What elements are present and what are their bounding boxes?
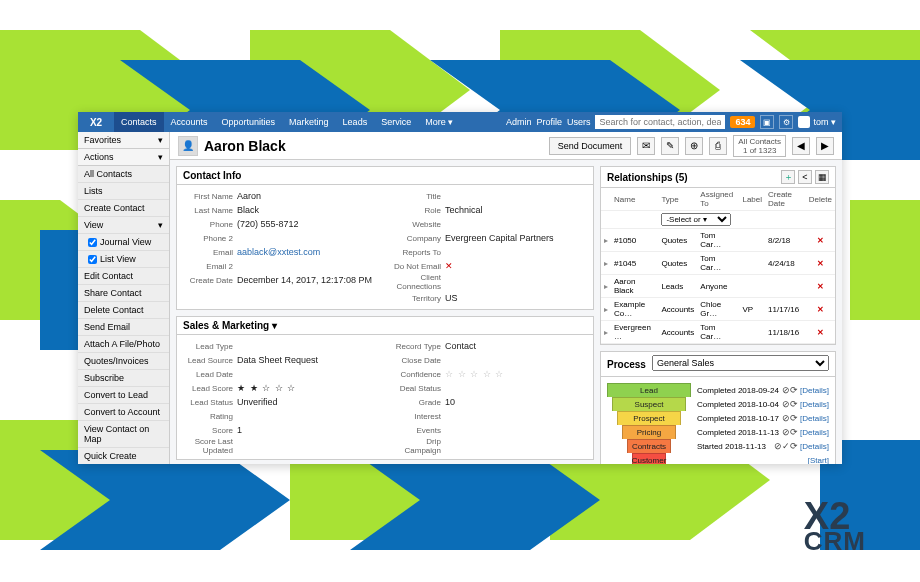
send-document-button[interactable]: Send Document [549,137,632,155]
edit-icon[interactable]: ✎ [661,137,679,155]
col-date[interactable]: Create Date [765,188,806,211]
funnel-stage[interactable]: Lead [607,383,691,397]
sidebar-item-share-contact[interactable]: Share Contact [78,285,169,302]
label-score-last-updated: Score Last Updated [183,437,237,455]
sidebar-item-all-contacts[interactable]: All Contacts [78,166,169,183]
sidebar-item-quick-create[interactable]: Quick Create [78,448,169,464]
sidebar-item-create-contact[interactable]: Create Contact [78,200,169,217]
process-event-link[interactable]: [Details] [800,400,829,409]
process-event-link[interactable]: [Start] [808,456,829,464]
process-event-row: Completed 2018-10-17⊘⟳ [Details] [697,411,829,425]
top-nav: X2 Contacts Accounts Opportunities Marke… [78,112,842,132]
table-row[interactable]: ▸Aaron BlackLeadsAnyone✕ [601,275,835,298]
sidebar-item-view-on-map[interactable]: View Contact on Map [78,421,169,448]
add-relationship-icon[interactable]: ＋ [781,170,795,184]
email-icon[interactable]: ✉ [637,137,655,155]
value-record-type: Contact [445,341,476,351]
label-score: Score [183,426,237,435]
sidebar-item-convert-lead[interactable]: Convert to Lead [78,387,169,404]
nav-link-admin[interactable]: Admin [506,117,532,127]
nav-tab-marketing[interactable]: Marketing [282,112,336,132]
sidebar-item-view[interactable]: View▾ [78,217,169,234]
col-assigned[interactable]: Assigned To [697,188,739,211]
funnel-stage[interactable]: Pricing [622,425,676,439]
process-select[interactable]: General Sales [652,355,829,371]
value-last-name: Black [237,205,259,215]
graph-relationship-icon[interactable]: ▦ [815,170,829,184]
sales-marketing-header[interactable]: Sales & Marketing ▾ [177,317,593,335]
table-row[interactable]: ▸#1050QuotesTom Car…8/2/18✕ [601,229,835,252]
print-icon[interactable]: ⎙ [709,137,727,155]
nav-tab-contacts[interactable]: Contacts [114,112,164,132]
label-confidence: Confidence [391,370,445,379]
nav-tabs: Contacts Accounts Opportunities Marketin… [114,112,460,132]
process-event-row: Completed 2018-11-13⊘⟳ [Details] [697,425,829,439]
funnel-stage[interactable]: Contracts [627,439,671,453]
value-role: Technical [445,205,483,215]
label-reports-to: Reports To [391,248,445,257]
layout-icon[interactable]: ▣ [760,115,774,129]
value-first-name: Aaron [237,191,261,201]
delete-row-icon[interactable]: ✕ [806,229,835,252]
process-event-row: Completed 2018-10-04⊘⟳ [Details] [697,397,829,411]
global-search-input[interactable] [595,115,725,129]
process-event-link[interactable]: [Details] [800,386,829,395]
funnel-stage[interactable]: Suspect [612,397,686,411]
nav-link-users[interactable]: Users [567,117,591,127]
funnel-stage[interactable]: Prospect [617,411,681,425]
sidebar-favorites-header[interactable]: Favorites▾ [78,132,169,149]
table-row[interactable]: ▸#1045QuotesTom Car…4/24/18✕ [601,252,835,275]
funnel-stage[interactable]: Customer [632,453,666,464]
chevron-down-icon: ▾ [158,135,163,145]
label-create-date: Create Date [183,276,237,285]
col-label[interactable]: Label [739,188,765,211]
process-event-link[interactable]: [Details] [800,428,829,437]
table-row[interactable]: ▸Evergreen …AccountsTom Car…11/18/16✕ [601,321,835,344]
delete-row-icon[interactable]: ✕ [806,275,835,298]
next-record-icon[interactable]: ▶ [816,137,834,155]
nav-tab-more[interactable]: More ▾ [418,112,460,132]
list-view-checkbox[interactable] [88,255,97,264]
process-event-link[interactable]: [Details] [800,414,829,423]
record-counter: All Contacts 1 of 1323 [733,135,786,157]
notification-badge[interactable]: 634 [730,116,755,128]
sidebar-item-list-view[interactable]: List View [78,251,169,268]
nav-tab-opportunities[interactable]: Opportunities [215,112,283,132]
nav-tab-leads[interactable]: Leads [336,112,375,132]
share-relationship-icon[interactable]: < [798,170,812,184]
label-company: Company [391,234,445,243]
col-type[interactable]: Type [658,188,697,211]
user-menu[interactable]: tom ▾ [798,116,836,128]
nav-link-profile[interactable]: Profile [536,117,562,127]
label-close-date: Close Date [391,356,445,365]
share-icon[interactable]: ⊕ [685,137,703,155]
sidebar-item-journal-view[interactable]: Journal View [78,234,169,251]
sidebar-item-subscribe[interactable]: Subscribe [78,370,169,387]
label-last-name: Last Name [183,206,237,215]
journal-view-checkbox[interactable] [88,238,97,247]
contact-info-header[interactable]: Contact Info [177,167,593,185]
delete-row-icon[interactable]: ✕ [806,298,835,321]
sidebar-item-send-email[interactable]: Send Email [78,319,169,336]
delete-row-icon[interactable]: ✕ [806,321,835,344]
relationship-type-filter[interactable]: -Select or ▾ [661,213,731,226]
col-delete[interactable]: Delete [806,188,835,211]
sidebar-item-attach-file[interactable]: Attach A File/Photo [78,336,169,353]
sidebar-item-edit-contact[interactable]: Edit Contact [78,268,169,285]
label-interest: Interest [391,412,445,421]
sidebar-item-quotes-invoices[interactable]: Quotes/Invoices [78,353,169,370]
label-rating: Rating [183,412,237,421]
prev-record-icon[interactable]: ◀ [792,137,810,155]
table-row[interactable]: ▸Example Co…AccountsChloe Gr…VP11/17/16✕ [601,298,835,321]
process-event-link[interactable]: [Details] [800,442,829,451]
settings-icon[interactable]: ⚙ [779,115,793,129]
sidebar-item-delete-contact[interactable]: Delete Contact [78,302,169,319]
value-company: Evergreen Capital Partners [445,233,554,243]
col-name[interactable]: Name [611,188,658,211]
sidebar-actions-header[interactable]: Actions▾ [78,149,169,166]
sidebar-item-lists[interactable]: Lists [78,183,169,200]
nav-tab-service[interactable]: Service [374,112,418,132]
nav-tab-accounts[interactable]: Accounts [164,112,215,132]
delete-row-icon[interactable]: ✕ [806,252,835,275]
sidebar-item-convert-account[interactable]: Convert to Account [78,404,169,421]
